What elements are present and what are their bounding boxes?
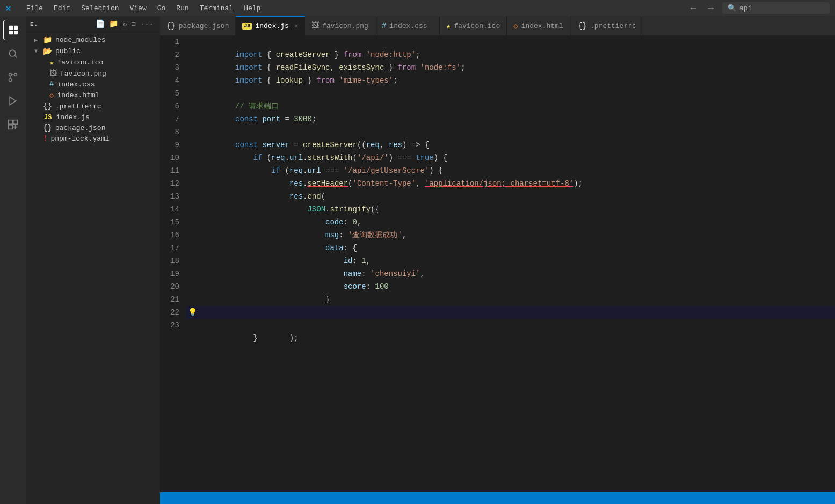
tree-label: index.js — [56, 113, 89, 121]
svg-rect-0 — [9, 26, 13, 30]
code-line-15: msg: '查询数据成功', — [186, 216, 835, 229]
vscode-logo: ✕ — [5, 2, 11, 14]
collapse-button[interactable]: ⊟ — [129, 18, 137, 30]
svg-point-4 — [9, 50, 16, 56]
tab-index-js[interactable]: JS index.js ✕ — [236, 16, 305, 35]
html-tab-icon: ◇ — [513, 21, 518, 31]
line-num-14: 14 — [164, 203, 179, 216]
line-num-13: 13 — [164, 190, 179, 203]
tab-index-css[interactable]: # index.css — [375, 16, 440, 35]
css-icon: # — [49, 80, 54, 89]
json-icon: {} — [43, 102, 52, 111]
menu-edit[interactable]: Edit — [49, 3, 75, 13]
tree-label: pnpm-lock.yaml — [50, 135, 109, 143]
nav-back-button[interactable]: ← — [687, 2, 699, 14]
menu-run[interactable]: Run — [172, 3, 193, 13]
tree-label: favicon.ico — [57, 59, 103, 67]
line-num-1: 1 — [164, 35, 179, 48]
js-icon: JS — [43, 113, 53, 121]
tree-label: index.css — [57, 81, 95, 89]
line-num-10: 10 — [164, 151, 179, 164]
code-line-16: data: { — [186, 229, 835, 242]
folder-icon: 📁 — [43, 35, 52, 45]
code-line-7 — [186, 113, 835, 126]
folder-open-icon: 📂 — [43, 47, 52, 56]
tree-label: index.html — [57, 91, 99, 99]
new-folder-button[interactable]: 📁 — [107, 18, 120, 30]
tree-item-package-json[interactable]: {} package.json — [26, 122, 160, 133]
ico-icon: ★ — [49, 58, 54, 67]
tab-bar: {} package.json JS index.js ✕ 🖼 favicon.… — [160, 16, 835, 35]
new-file-button[interactable]: 📄 — [93, 18, 107, 30]
code-editor[interactable]: import { createServer } from 'node:http'… — [186, 35, 835, 492]
tab-label: .prettierrc — [590, 22, 636, 30]
sidebar-title: E. — [30, 21, 93, 27]
tree-item-node-modules[interactable]: ▶ 📁 node_modules — [26, 34, 160, 46]
code-line-19: score: 100 — [186, 267, 835, 280]
menu-view[interactable]: View — [126, 3, 151, 13]
chevron-down-icon: ▼ — [34, 48, 41, 54]
json-tab-icon: {} — [166, 21, 176, 30]
tree-label: .prettierrc — [55, 103, 101, 111]
yaml-icon: ! — [43, 134, 47, 143]
line-num-17: 17 — [164, 242, 179, 254]
main-layout: E. 📄 📁 ↻ ⊟ ··· ▶ 📁 node_modules ▼ 📂 publ… — [0, 16, 835, 504]
menu-file[interactable]: File — [22, 3, 47, 13]
svg-rect-10 — [9, 120, 13, 125]
lightbulb-icon[interactable]: 💡 — [188, 306, 197, 319]
search-text: api — [739, 4, 752, 12]
search-bar[interactable]: 🔍 api — [722, 2, 830, 14]
nav-forward-button[interactable]: → — [705, 2, 717, 14]
explorer-activity-icon[interactable] — [3, 20, 23, 40]
line-num-9: 9 — [164, 138, 179, 151]
tab-index-html[interactable]: ◇ index.html — [507, 16, 571, 35]
line-num-2: 2 — [164, 48, 179, 61]
tab-prettierrc[interactable]: {} .prettierrc — [571, 16, 643, 35]
tab-label: index.js — [255, 22, 288, 30]
line-num-18: 18 — [164, 254, 179, 267]
line-num-21: 21 — [164, 293, 179, 306]
tree-item-index-js[interactable]: JS index.js — [26, 112, 160, 122]
tree-item-favicon-png[interactable]: 🖼 favicon.png — [26, 68, 160, 79]
line-num-5: 5 — [164, 87, 179, 100]
menu-help[interactable]: Help — [239, 3, 265, 13]
menu-selection[interactable]: Selection — [77, 3, 123, 13]
svg-rect-11 — [13, 120, 18, 125]
tree-item-index-css[interactable]: # index.css — [26, 79, 160, 90]
line-num-7: 7 — [164, 113, 179, 126]
svg-marker-9 — [10, 97, 16, 105]
refresh-button[interactable]: ↻ — [120, 18, 129, 30]
code-line-14: code: 0, — [186, 203, 835, 216]
git-activity-icon[interactable] — [3, 68, 23, 87]
debug-activity-icon[interactable] — [3, 91, 23, 111]
tree-item-index-html[interactable]: ◇ index.html — [26, 90, 160, 101]
svg-point-7 — [9, 79, 12, 82]
code-line-9: if (req.url.startsWith('/api/') === true… — [186, 138, 835, 151]
menu-terminal[interactable]: Terminal — [195, 3, 237, 13]
tab-favicon-ico[interactable]: ★ favicon.ico — [440, 16, 507, 35]
tree-item-pnpm-lock[interactable]: ! pnpm-lock.yaml — [26, 133, 160, 144]
code-line-1: import { createServer } from 'node:http'… — [186, 35, 835, 48]
tab-label: index.css — [389, 22, 427, 30]
tab-close-icon[interactable]: ✕ — [294, 22, 298, 30]
titlebar: ✕ File Edit Selection View Go Run Termin… — [0, 0, 835, 16]
tree-item-favicon-ico[interactable]: ★ favicon.ico — [26, 57, 160, 68]
html-icon: ◇ — [49, 91, 54, 100]
tree-label: package.json — [55, 124, 106, 132]
activity-bar — [0, 16, 26, 504]
more-button[interactable]: ··· — [138, 19, 156, 30]
tree-item-prettierrc[interactable]: {} .prettierrc — [26, 101, 160, 112]
line-num-8: 8 — [164, 126, 179, 138]
tree-label: node_modules — [55, 36, 106, 44]
tab-package-json[interactable]: {} package.json — [160, 16, 236, 35]
tree-item-public[interactable]: ▼ 📂 public — [26, 46, 160, 57]
menu-go[interactable]: Go — [153, 3, 170, 13]
extensions-activity-icon[interactable] — [3, 115, 23, 134]
line-num-20: 20 — [164, 280, 179, 293]
ico-tab-icon: ★ — [446, 21, 451, 31]
tab-favicon-png[interactable]: 🖼 favicon.png — [305, 16, 375, 35]
js-tab-icon: JS — [242, 23, 252, 30]
line-num-22: 22 — [164, 306, 179, 319]
search-activity-icon[interactable] — [3, 44, 23, 63]
line-num-4: 4 — [164, 74, 179, 87]
